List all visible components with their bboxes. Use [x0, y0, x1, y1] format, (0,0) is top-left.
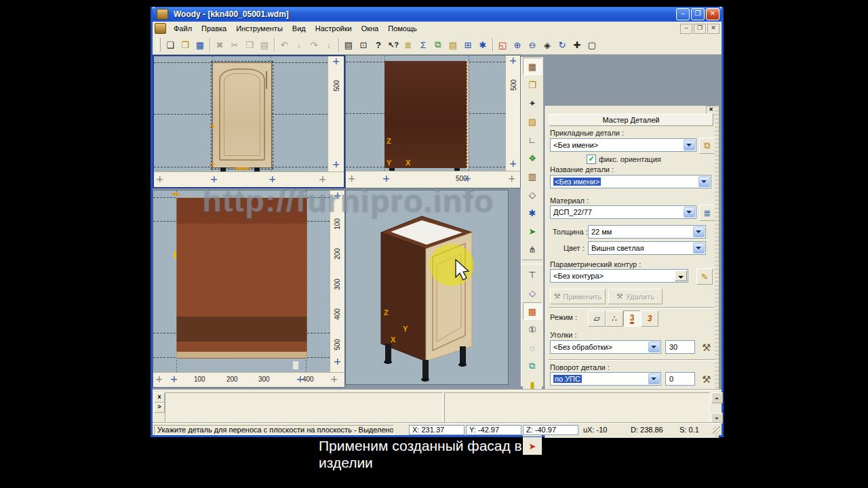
delete-icon[interactable]: ✖: [212, 37, 227, 52]
scroll-down-icon[interactable]: [711, 413, 723, 424]
zoom-extents-icon[interactable]: ◈: [540, 37, 555, 52]
scroll-up-icon[interactable]: [711, 392, 723, 403]
dropdown-arrow-icon[interactable]: [684, 140, 695, 150]
library-icon[interactable]: ▤: [446, 37, 460, 52]
paste-icon[interactable]: ▤: [257, 37, 272, 52]
wand-icon[interactable]: ✱: [475, 37, 490, 52]
menu-file[interactable]: Файл: [169, 23, 197, 34]
panels-icon[interactable]: ▨: [523, 113, 542, 130]
dropdown-arrow-icon[interactable]: [698, 176, 710, 187]
save-icon[interactable]: ▦: [193, 37, 208, 52]
dock-close-icon[interactable]: x: [154, 392, 165, 403]
zoom-out-icon[interactable]: ⊖: [525, 37, 540, 52]
rotation-number-field[interactable]: 0: [665, 372, 695, 386]
title-bar[interactable]: Woody - [kkn400_05001.wdm] – ❐ ✕: [153, 7, 722, 22]
refresh-view-icon[interactable]: ↻: [555, 37, 570, 52]
help-icon[interactable]: ?: [371, 37, 386, 52]
cabinet-top-view[interactable]: [176, 197, 307, 359]
open-product-icon[interactable]: ❐: [523, 76, 542, 94]
corner-icon[interactable]: ∟: [523, 131, 542, 148]
new-icon[interactable]: ❏: [163, 37, 178, 52]
remove-button[interactable]: ⚒ Удалить: [608, 289, 663, 304]
menu-edit[interactable]: Правка: [197, 23, 231, 34]
dock-list-right[interactable]: [444, 392, 710, 424]
dropdown-arrow-icon[interactable]: [693, 226, 705, 237]
rotation-combo[interactable]: по УПС: [550, 372, 661, 386]
panel-edge-grip[interactable]: [715, 106, 719, 438]
layers-icon[interactable]: ⧉: [431, 37, 446, 52]
fix-orientation-checkbox[interactable]: ✓: [587, 155, 596, 164]
formula-icon[interactable]: Σ: [416, 37, 431, 52]
viewport-top[interactable]: 100 200 300 400 500 100 200 300 400: [153, 190, 345, 388]
contour-edit-icon[interactable]: ✎: [696, 268, 713, 285]
corners-combo[interactable]: <Без обработки>: [550, 340, 661, 354]
mode-3d-icon[interactable]: 3: [623, 310, 641, 327]
table-123-icon[interactable]: ⊞: [460, 37, 475, 52]
tools-icon[interactable]: ✱: [523, 204, 542, 222]
resize-grip[interactable]: [713, 426, 721, 434]
dropdown-arrow-icon[interactable]: [648, 373, 660, 384]
cabinet-side-view[interactable]: [384, 61, 469, 168]
material-combo[interactable]: ДСП_22/77: [550, 205, 696, 219]
viewport-side[interactable]: Z Y X 500 500: [345, 55, 521, 188]
print-icon[interactable]: ▤: [341, 37, 356, 52]
copy-icon[interactable]: ❒: [242, 37, 257, 52]
viewport-front[interactable]: 500: [153, 55, 345, 188]
mdi-restore-button[interactable]: ❐: [694, 24, 706, 34]
print-preview-icon[interactable]: ⊡: [356, 37, 371, 52]
contour-combo[interactable]: <Без контура>: [550, 269, 688, 283]
lasso-icon[interactable]: ◌: [523, 339, 542, 357]
apply-button[interactable]: ⚒ Применить: [550, 289, 606, 304]
texture-box-icon[interactable]: ▩: [523, 302, 542, 320]
fittings-icon[interactable]: ✦: [523, 94, 542, 112]
materials-icon[interactable]: ≣: [401, 37, 416, 52]
menu-settings[interactable]: Настройки: [311, 23, 357, 34]
dock-list-left[interactable]: [165, 392, 443, 424]
corners-number-field[interactable]: 30: [665, 340, 695, 354]
box-3d-icon[interactable]: ◇: [523, 186, 542, 203]
toolbar-grip[interactable]: [157, 38, 161, 52]
rotation-hammer-icon[interactable]: ⚒: [702, 373, 711, 386]
mode-outline-icon[interactable]: ▱: [588, 310, 606, 327]
dropdown-arrow-icon[interactable]: [648, 342, 660, 352]
open-icon[interactable]: ❐: [178, 37, 193, 52]
restore-button[interactable]: ❐: [691, 8, 705, 20]
product-icon[interactable]: ▦: [523, 58, 542, 75]
dock-expand-icon[interactable]: >: [154, 403, 165, 413]
menu-help[interactable]: Помощь: [383, 23, 422, 34]
close-button[interactable]: ✕: [706, 8, 719, 20]
menu-tools[interactable]: Инструменты: [231, 23, 288, 34]
shapes-icon[interactable]: ❖: [523, 149, 542, 167]
applied-parts-combo[interactable]: <Без имени>: [550, 138, 696, 152]
t-joint-icon[interactable]: ⊤: [523, 266, 542, 283]
move-plane-3-icon[interactable]: ➤: [523, 437, 542, 455]
cut-icon[interactable]: ✂: [227, 37, 242, 52]
mdi-close-button[interactable]: ✕: [707, 24, 719, 34]
minimize-button[interactable]: –: [676, 8, 690, 20]
bulb-1-icon[interactable]: ①: [523, 321, 542, 338]
redo-list-icon[interactable]: ↓: [321, 37, 336, 52]
undo-list-icon[interactable]: ↓: [292, 37, 307, 52]
mode-path-icon[interactable]: ∴: [606, 310, 623, 327]
structure-icon[interactable]: ⋔: [523, 241, 542, 258]
mode-brush-icon[interactable]: 3: [641, 310, 658, 327]
assign-part-icon[interactable]: ⧉: [699, 138, 715, 154]
mdi-minimize-button[interactable]: –: [680, 24, 692, 34]
wire-box-icon[interactable]: ◇: [523, 284, 542, 302]
layers-2-icon[interactable]: ⧉: [523, 357, 542, 375]
redo-icon[interactable]: ↷: [307, 37, 321, 52]
corners-hammer-icon[interactable]: ⚒: [702, 342, 711, 354]
menu-windows[interactable]: Окна: [357, 23, 384, 34]
cabinets-icon[interactable]: ▥: [523, 167, 542, 185]
part-name-combo[interactable]: <Без имени>: [550, 175, 711, 188]
undo-icon[interactable]: ↶: [277, 37, 292, 52]
dropdown-arrow-icon[interactable]: [693, 243, 705, 253]
pan-icon[interactable]: ✚: [570, 37, 585, 52]
zoom-in-icon[interactable]: ⊕: [510, 37, 525, 52]
select-region-icon[interactable]: ▢: [585, 37, 599, 52]
dropdown-arrow-icon[interactable]: [684, 207, 695, 218]
color-combo[interactable]: Вишня светлая: [588, 241, 706, 255]
material-list-icon[interactable]: ≣: [699, 205, 715, 221]
shape-arrow-icon[interactable]: ➤: [523, 222, 542, 240]
menu-view[interactable]: Вид: [288, 23, 311, 34]
